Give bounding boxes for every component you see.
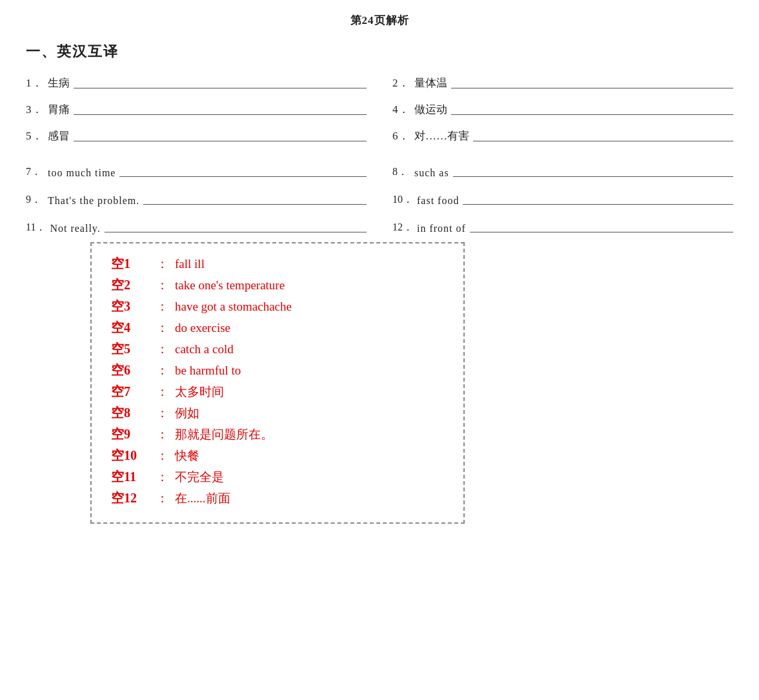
question-row-4: 4． 做运动 xyxy=(392,99,733,119)
q12-text: in front of xyxy=(417,223,466,234)
answer-item-11: 空11 ： 不完全是 xyxy=(111,468,444,486)
answer-item-6: 空6 ： be harmful to xyxy=(111,362,444,379)
answer-val-2: take one's temperature xyxy=(175,278,285,293)
section-title: 一、英汉互译 xyxy=(26,42,733,61)
answer-val-11: 不完全是 xyxy=(175,469,224,486)
q4-underline xyxy=(451,114,733,115)
answer-key-8: 空8 xyxy=(111,404,156,422)
answer-val-7: 太多时间 xyxy=(175,384,224,400)
answer-item-4: 空4 ： do exercise xyxy=(111,319,444,336)
answer-val-1: fall ill xyxy=(175,257,205,271)
answer-key-9: 空9 xyxy=(111,426,156,443)
answer-item-1: 空1 ： fall ill xyxy=(111,255,444,273)
q3-num: 3． xyxy=(26,102,44,117)
q11-underline xyxy=(105,231,367,232)
answer-key-7: 空7 xyxy=(111,383,156,400)
answer-key-1: 空1 xyxy=(111,255,156,273)
answer-item-12: 空12 ： 在......前面 xyxy=(111,489,444,507)
answer-key-6: 空6 xyxy=(111,362,156,379)
q7-underline xyxy=(119,176,367,177)
question-row-5: 5． 感冒 xyxy=(26,126,367,146)
eng-row-12: 12． in front of xyxy=(392,217,733,238)
q6-num: 6． xyxy=(392,129,410,143)
answer-colon-12: ： xyxy=(156,490,168,507)
eng-row-8: 8． such as xyxy=(392,161,733,183)
eng-row-10: 10． fast food xyxy=(392,189,733,211)
answer-colon-9: ： xyxy=(156,426,168,443)
q8-text: such as xyxy=(414,167,449,179)
answer-val-5: catch a cold xyxy=(175,342,234,356)
answer-key-2: 空2 xyxy=(111,276,156,294)
q10-text: fast food xyxy=(417,195,459,207)
page-title: 第24页解析 xyxy=(26,13,733,28)
answer-colon-7: ： xyxy=(156,384,168,400)
answer-item-10: 空10 ： 快餐 xyxy=(111,447,444,464)
q2-num: 2． xyxy=(392,76,410,90)
q8-num: 8． xyxy=(392,165,410,179)
answer-item-3: 空3 ： have got a stomachache xyxy=(111,298,444,315)
q7-num: 7． xyxy=(26,165,44,179)
english-questions-grid: 7． too much time 8． such as 9． That's th… xyxy=(26,161,733,238)
eng-row-11: 11． Not really. xyxy=(26,217,367,238)
q1-underline xyxy=(74,87,367,88)
question-row-6: 6． 对……有害 xyxy=(392,126,733,146)
question-row-1: 1． 生病 xyxy=(26,73,367,93)
answer-colon-4: ： xyxy=(156,320,168,336)
q9-underline xyxy=(143,203,367,205)
answer-colon-8: ： xyxy=(156,405,168,422)
q9-num: 9． xyxy=(26,193,44,207)
eng-row-7: 7． too much time xyxy=(26,161,367,183)
q1-text: 生病 xyxy=(48,76,70,90)
q3-text: 胃痛 xyxy=(48,102,70,117)
answer-val-10: 快餐 xyxy=(175,448,199,464)
answer-key-11: 空11 xyxy=(111,468,156,486)
answer-colon-2: ： xyxy=(156,277,168,294)
answer-val-6: be harmful to xyxy=(175,364,241,378)
q4-num: 4． xyxy=(392,102,410,117)
question-row-2: 2． 量体温 xyxy=(392,73,733,93)
answer-val-4: do exercise xyxy=(175,321,230,335)
q12-num: 12． xyxy=(392,221,413,234)
answer-colon-11: ： xyxy=(156,469,168,486)
q10-num: 10． xyxy=(392,193,413,207)
answer-val-12: 在......前面 xyxy=(175,490,230,507)
answer-val-8: 例如 xyxy=(175,405,199,422)
q10-underline xyxy=(463,203,733,205)
q5-underline xyxy=(74,140,367,141)
q2-underline xyxy=(451,87,733,88)
answer-item-7: 空7 ： 太多时间 xyxy=(111,383,444,400)
answer-box: 空1 ： fall ill 空2 ： take one's temperatur… xyxy=(90,242,465,524)
q2-text: 量体温 xyxy=(414,76,447,90)
answer-item-8: 空8 ： 例如 xyxy=(111,404,444,422)
answer-colon-3: ： xyxy=(156,298,168,315)
eng-row-9: 9． That's the problem. xyxy=(26,189,367,211)
chinese-questions-grid: 1． 生病 2． 量体温 3． 胃痛 4． 做运动 5． 感冒 6． 对……有害 xyxy=(26,73,733,146)
answer-val-9: 那就是问题所在。 xyxy=(175,426,273,443)
q1-num: 1． xyxy=(26,76,44,90)
q9-text: That's the problem. xyxy=(48,195,139,207)
answer-key-12: 空12 xyxy=(111,489,156,507)
q3-underline xyxy=(74,114,367,115)
answer-item-5: 空5 ： catch a cold xyxy=(111,340,444,358)
answer-key-5: 空5 xyxy=(111,340,156,358)
answer-key-3: 空3 xyxy=(111,298,156,315)
q8-underline xyxy=(453,176,733,177)
q11-num: 11． xyxy=(26,221,46,234)
answer-colon-10: ： xyxy=(156,448,168,464)
answer-key-4: 空4 xyxy=(111,319,156,336)
q4-text: 做运动 xyxy=(414,102,447,117)
answer-val-3: have got a stomachache xyxy=(175,300,292,314)
answer-colon-5: ： xyxy=(156,341,168,358)
question-row-3: 3． 胃痛 xyxy=(26,99,367,119)
answer-key-10: 空10 xyxy=(111,447,156,464)
q6-underline xyxy=(473,140,733,141)
q5-num: 5． xyxy=(26,129,44,143)
q7-text: too much time xyxy=(48,167,116,179)
answer-item-2: 空2 ： take one's temperature xyxy=(111,276,444,294)
answer-colon-1: ： xyxy=(156,256,168,273)
q11-text: Not really. xyxy=(50,223,100,234)
answer-item-9: 空9 ： 那就是问题所在。 xyxy=(111,426,444,443)
q5-text: 感冒 xyxy=(48,129,70,143)
q12-underline xyxy=(470,231,733,232)
q6-text: 对……有害 xyxy=(414,129,469,143)
